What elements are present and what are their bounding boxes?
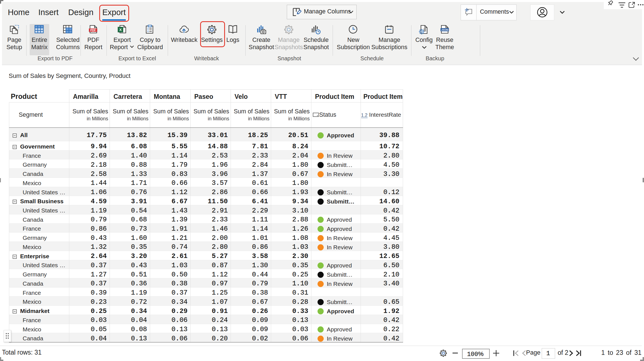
svg-text:X: X [119,28,122,32]
svg-text:PDF: PDF [90,29,96,32]
svg-text:JSON: JSON [441,28,448,31]
